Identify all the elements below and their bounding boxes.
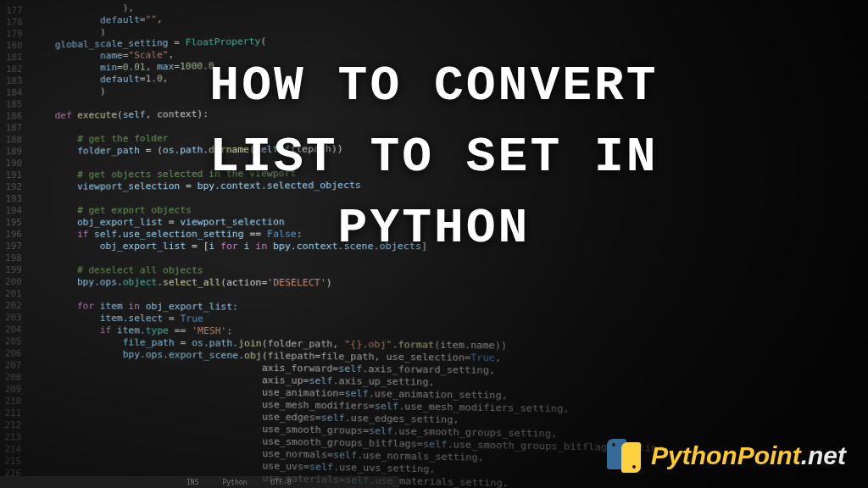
title-line-1: HOW TO CONVERT [112,51,756,122]
python-snake-yellow [621,442,641,473]
line-number-gutter: 177 178 179 180 181 182 183 184 185 186 … [0,1,33,488]
brand-logo: PythonPoint.net [605,437,846,474]
brand-name: PythonPoint [651,441,801,469]
status-enc: UTF-8 [270,479,291,486]
status-ins: INS [186,479,198,486]
editor-statusbar: INS Python UTF-8 [0,476,399,488]
title-line-3: PYTHON [112,193,756,264]
brand-text: PythonPoint.net [651,441,846,470]
title-line-2: LIST TO SET IN [112,122,756,193]
brand-tld: .net [801,441,846,469]
python-logo-icon [605,437,643,474]
headline-title: HOW TO CONVERT LIST TO SET IN PYTHON [112,51,756,264]
status-lang: Python [222,479,247,486]
